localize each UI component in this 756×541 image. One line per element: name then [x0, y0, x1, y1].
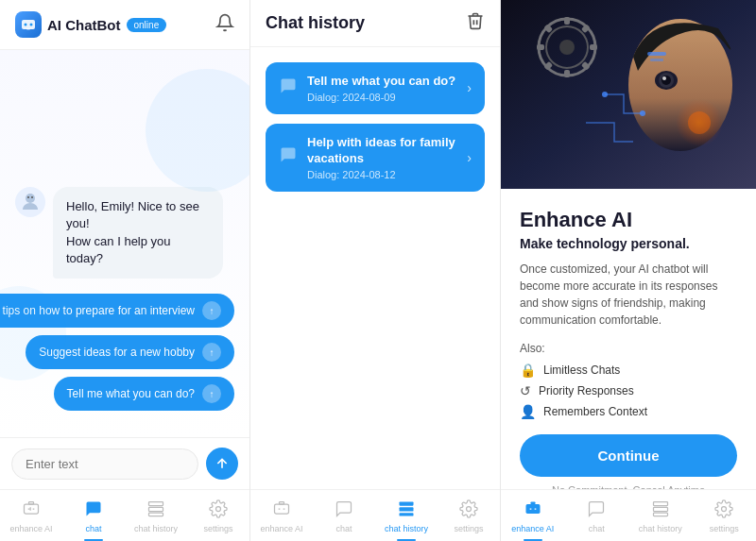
nav-label-chat-2: chat	[335, 524, 352, 533]
history-item-title-0: Tell me what you can do?	[307, 74, 457, 90]
arrow-icon-1: ↑	[202, 343, 221, 362]
feature-label-1: Priority Responses	[539, 384, 634, 397]
svg-point-13	[216, 507, 221, 512]
enhance-ai-icon-2	[272, 499, 291, 522]
svg-point-19	[467, 507, 472, 512]
enhance-bottom-nav: enhance AI chat chat history	[501, 489, 756, 541]
svg-point-24	[662, 76, 671, 85]
nav-label-settings-3: settings	[710, 524, 739, 533]
bot-bubble: Hello, Emily! Nice to see you! How can I…	[53, 187, 223, 279]
history-icon-3	[651, 499, 670, 522]
continue-button[interactable]: Continue	[520, 434, 737, 477]
svg-point-28	[559, 40, 575, 55]
history-header: Chat history	[250, 0, 500, 47]
svg-rect-18	[400, 513, 414, 516]
svg-point-6	[31, 196, 33, 198]
history-chat-icon-0	[279, 76, 298, 100]
nav-chat-2[interactable]: chat	[313, 496, 375, 537]
priority-icon: ↺	[520, 383, 531, 398]
history-icon-1	[146, 499, 165, 522]
svg-rect-44	[530, 502, 535, 505]
svg-point-2	[30, 24, 33, 26]
svg-rect-11	[149, 507, 163, 511]
enhance-subtitle: Make technology personal.	[520, 236, 737, 251]
online-badge: online	[127, 18, 167, 32]
svg-rect-17	[400, 507, 414, 511]
svg-rect-47	[653, 513, 667, 516]
nav-history-1[interactable]: chat history	[125, 496, 187, 537]
svg-point-4	[26, 194, 35, 203]
logo-area: AI ChatBot online	[15, 11, 166, 38]
bg-decoration-1	[146, 69, 249, 192]
enhance-ai-icon-3	[524, 499, 542, 522]
history-item-text-0: Tell me what you can do? Dialog: 2024-08…	[307, 74, 457, 103]
svg-rect-35	[537, 44, 544, 50]
history-chat-icon-1	[279, 145, 298, 169]
nav-label-history-2: chat history	[385, 524, 428, 533]
bell-icon[interactable]	[215, 13, 234, 37]
history-item-text-1: Help with ideas for family vacations Dia…	[307, 135, 457, 180]
history-icon-2	[397, 499, 416, 522]
svg-point-37	[602, 92, 608, 97]
feature-item-1: ↺ Priority Responses	[520, 383, 737, 398]
svg-point-48	[722, 507, 727, 512]
chevron-icon-0: ›	[467, 80, 472, 95]
svg-rect-3	[26, 28, 30, 30]
svg-rect-15	[280, 502, 284, 505]
history-panel: Chat history Tell me what you can do? Di…	[250, 0, 501, 541]
suggestion-btn-2[interactable]: Tell me what you can do? ↑	[54, 377, 234, 411]
svg-rect-46	[653, 507, 667, 511]
also-label: Also:	[520, 342, 737, 355]
history-item-1[interactable]: Help with ideas for family vacations Dia…	[266, 124, 485, 192]
context-icon: 👤	[520, 404, 536, 419]
nav-history-3[interactable]: chat history	[628, 496, 693, 537]
settings-icon-1	[209, 499, 228, 522]
nav-history-2[interactable]: chat history	[375, 496, 438, 537]
enhance-description: Once customized, your AI chatbot will be…	[520, 261, 737, 329]
nav-settings-1[interactable]: settings	[187, 496, 249, 537]
svg-rect-10	[149, 502, 163, 506]
chat-input[interactable]	[11, 448, 198, 480]
svg-rect-8	[25, 504, 39, 514]
history-item-0[interactable]: Tell me what you can do? Dialog: 2024-08…	[266, 62, 485, 114]
chat-bottom-nav: enhance AI chat chat history	[0, 489, 249, 541]
svg-rect-14	[275, 504, 289, 514]
chat-input-area	[0, 437, 249, 489]
nav-label-chat-1: chat	[85, 524, 101, 533]
svg-rect-0	[22, 20, 35, 29]
nav-enhance-ai-2[interactable]: enhance AI	[250, 496, 313, 537]
nav-label-chat-3: chat	[589, 524, 605, 533]
svg-point-1	[25, 24, 27, 26]
nav-label-settings-2: settings	[454, 524, 483, 533]
nav-settings-2[interactable]: settings	[438, 496, 500, 537]
nav-enhance-ai-3[interactable]: enhance AI	[501, 496, 565, 537]
chat-icon-2	[335, 499, 353, 522]
nav-label-history-1: chat history	[134, 524, 178, 533]
svg-rect-33	[564, 70, 570, 77]
bot-message-row: Hello, Emily! Nice to see you! How can I…	[15, 187, 234, 279]
app-title: AI ChatBot	[47, 17, 121, 33]
svg-rect-9	[29, 502, 34, 505]
enhance-ai-icon-1	[22, 499, 41, 522]
enhance-hero-image	[501, 0, 756, 189]
feature-list: 🔒 Limitless Chats ↺ Priority Responses 👤…	[520, 363, 737, 419]
chat-panel: AI ChatBot online Hello, Emily! Ni	[0, 0, 250, 541]
settings-icon-3	[714, 499, 733, 522]
chat-messages: Hello, Emily! Nice to see you! How can I…	[0, 50, 249, 437]
chat-header: AI ChatBot online	[0, 0, 249, 50]
settings-icon-2	[459, 499, 478, 522]
feature-item-2: 👤 Remembers Context	[520, 404, 737, 419]
svg-rect-43	[525, 504, 540, 514]
svg-point-40	[688, 111, 711, 134]
nav-enhance-ai-1[interactable]: enhance AI	[0, 496, 62, 537]
trash-icon[interactable]	[466, 11, 485, 35]
svg-rect-42	[650, 59, 663, 61]
feature-label-2: Remembers Context	[543, 405, 647, 418]
nav-settings-3[interactable]: settings	[693, 496, 757, 537]
history-title: Chat history	[266, 13, 365, 33]
send-button[interactable]	[206, 448, 238, 480]
nav-chat-1[interactable]: chat	[62, 496, 125, 537]
chevron-icon-1: ›	[467, 150, 472, 165]
nav-chat-3[interactable]: chat	[565, 496, 629, 537]
svg-point-5	[27, 196, 29, 198]
